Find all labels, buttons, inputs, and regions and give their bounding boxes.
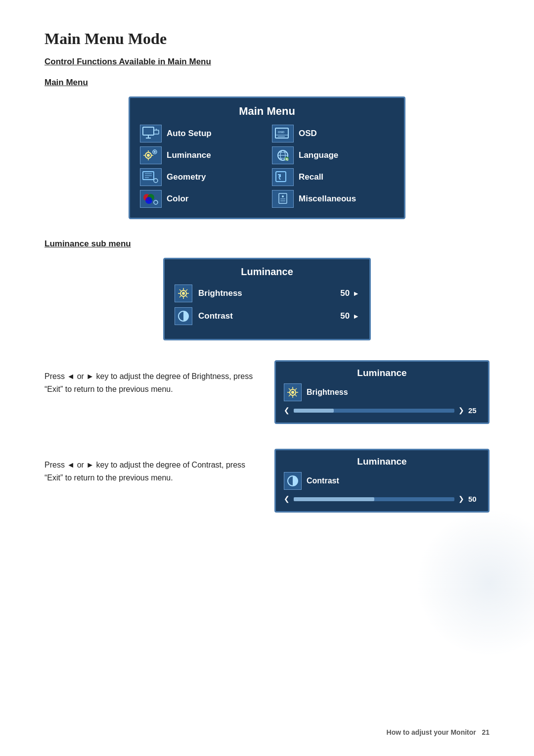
brightness-detail-box: Luminance [274,360,490,424]
page-footer: How to adjust your Monitor 21 [387,728,490,736]
contrast-detail-icon [284,472,302,490]
section2-label: Luminance sub menu [44,239,490,249]
svg-point-35 [282,195,284,197]
contrast-slider-row[interactable]: ❮ ❯ 50 [284,495,480,503]
brightness-press-text: Press ◄ or ► key to adjust the degree of… [44,360,260,396]
svg-point-50 [291,391,294,394]
contrast-slider-fill [294,497,374,501]
recall-label: Recall [299,172,323,182]
menu-item-recall[interactable]: Recall [272,168,394,186]
svg-rect-34 [279,193,287,203]
svg-point-32 [145,197,152,204]
main-menu-box: Main Menu Auto Setup [129,96,405,219]
brightness-detail-item: Brightness [284,383,480,401]
contrast-label: Contrast [198,311,233,321]
svg-text:地: 地 [285,157,289,161]
svg-point-28 [154,179,158,183]
page-title: Main Menu Mode [44,30,490,48]
color-icon [140,190,162,208]
brightness-slider-fill [294,409,334,413]
svg-rect-0 [143,127,154,135]
main-menu-title: Main Menu [140,105,394,118]
svg-line-46 [186,289,187,291]
geometry-label: Geometry [167,172,206,182]
menu-item-osd[interactable]: OSD OSD [272,125,394,142]
language-label: Language [299,150,338,160]
contrast-icon [175,307,192,325]
svg-line-45 [186,296,187,297]
svg-line-47 [179,296,181,297]
section1-label: Main Menu [44,78,490,88]
brightness-row[interactable]: Brightness 50 ► [175,284,359,302]
color-label: Color [167,194,188,204]
brightness-detail-icon [284,383,302,401]
brightness-slider-track [294,409,454,413]
slider-left-arrow[interactable]: ❮ [284,406,290,415]
osd-icon: OSD [272,125,294,142]
contrast-right-arrow[interactable]: ❯ [458,495,464,503]
luminance-submenu-box: Luminance Brightness 50 [163,258,371,340]
brightness-arrow: ► [353,289,359,297]
globe-icon: 地 [272,146,294,164]
svg-line-58 [289,395,290,396]
auto-setup-label: Auto Setup [167,129,212,139]
misc-icon [272,190,294,208]
svg-point-10 [147,154,150,157]
svg-line-55 [289,388,290,390]
svg-text:OSD: OSD [278,131,285,134]
contrast-detail-col: Luminance Contrast ❮ ❯ [274,449,490,513]
brightness-slider-value: 25 [468,406,480,415]
brightness-section: Press ◄ or ► key to adjust the degree of… [44,360,490,424]
footer-text: How to adjust your Monitor [387,728,476,736]
contrast-detail-box: Luminance Contrast ❮ ❯ [274,449,490,513]
brightness-detail-title: Luminance [284,368,480,378]
subtitle: Control Functions Available in Main Menu [44,57,490,67]
brightness-value: 50 [340,288,350,298]
contrast-slider-track [294,497,454,501]
svg-rect-3 [154,130,159,134]
brightness-detail-col: Luminance [274,360,490,424]
sun-icon [140,146,162,164]
contrast-press-text: Press ◄ or ► key to adjust the degree of… [44,449,260,485]
contrast-arrow: ► [353,312,359,320]
menu-item-luminance[interactable]: Luminance [140,146,262,164]
contrast-value: 50 [340,311,350,321]
slider-right-arrow[interactable]: ❯ [458,406,464,415]
contrast-detail-title: Luminance [284,456,480,467]
menu-item-language[interactable]: 地 Language [272,146,394,164]
svg-point-16 [154,151,156,153]
recall-icon [272,168,294,186]
contrast-detail-item: Contrast [284,472,480,490]
menu-grid: Auto Setup OSD OSD [140,125,394,208]
contrast-section: Press ◄ or ► key to adjust the degree of… [44,449,490,513]
monitor-icon [140,125,162,142]
svg-line-44 [179,289,181,291]
menu-item-geometry[interactable]: Geometry [140,168,262,186]
page-number: 21 [482,728,490,736]
brightness-slider-row[interactable]: ❮ ❯ 25 [284,406,480,415]
osd-label: OSD [299,129,317,139]
svg-line-56 [295,395,297,396]
svg-point-39 [182,292,185,295]
menu-item-auto-setup[interactable]: Auto Setup [140,125,262,142]
luminance-submenu-title: Luminance [175,266,359,278]
geometry-icon [140,168,162,186]
brightness-icon [175,284,192,302]
brightness-label: Brightness [198,288,242,298]
misc-label: Miscellaneous [299,194,356,204]
contrast-row[interactable]: Contrast 50 ► [175,307,359,325]
svg-point-33 [154,200,158,204]
svg-line-57 [295,388,297,390]
contrast-slider-value: 50 [468,495,480,503]
luminance-label: Luminance [167,150,211,160]
menu-item-miscellaneous[interactable]: Miscellaneous [272,190,394,208]
contrast-left-arrow[interactable]: ❮ [284,495,290,503]
menu-item-color[interactable]: Color [140,190,262,208]
